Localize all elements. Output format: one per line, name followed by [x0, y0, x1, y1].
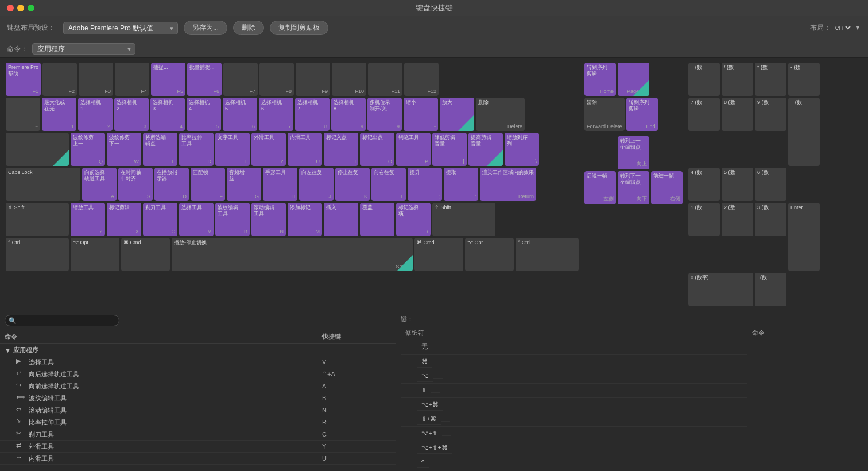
modifier-row[interactable]: ⌥+⇧+⌘	[401, 441, 747, 455]
key-l[interactable]: 向右往复 L	[371, 168, 406, 201]
key-z[interactable]: 缩放工具 Z	[71, 203, 105, 236]
key-num-add[interactable]: + (数	[788, 98, 820, 166]
key-slash[interactable]: 标记选择项 /	[396, 203, 431, 236]
list-item[interactable]: ↔ 内滑工具 U	[0, 453, 396, 465]
key-num-div[interactable]: / (数	[722, 63, 753, 96]
key-f6[interactable]: 批量捕捉... F6	[187, 63, 222, 96]
key-u[interactable]: 内滑工具 U	[288, 133, 322, 166]
key-x[interactable]: 标记剪辑 X	[107, 203, 141, 236]
close-button[interactable]	[7, 5, 14, 11]
key-num7[interactable]: 7 (数	[688, 98, 720, 131]
key-4[interactable]: 选择相机3 4	[150, 98, 185, 131]
key-num2[interactable]: 2 (数	[722, 203, 753, 236]
key-forward-delete[interactable]: 清除 Forward Delete	[584, 98, 625, 131]
key-d[interactable]: 在播放指示器... D	[154, 168, 189, 201]
key-k[interactable]: 停止往复 K	[335, 168, 370, 201]
key-b[interactable]: 波纹编辑工具 B	[215, 203, 250, 236]
preset-select[interactable]: Adobe Premiere Pro 默认值	[63, 22, 178, 34]
key-t[interactable]: 文字工具 T	[215, 133, 250, 166]
key-6[interactable]: 选择相机5 6	[223, 98, 257, 131]
key-downarrow[interactable]: 转到下一个编辑点 向下	[618, 171, 649, 204]
key-v[interactable]: 选择工具 V	[179, 203, 214, 236]
key-f8[interactable]: F8	[259, 63, 294, 96]
modifier-row[interactable]: ⇧+⌘	[401, 412, 747, 427]
list-item[interactable]: ⇔ 滚动编辑工具 N	[0, 404, 396, 416]
key-5[interactable]: 选择相机4 5	[187, 98, 221, 131]
cmd-select[interactable]: 应用程序	[32, 43, 135, 55]
key-cmd-left[interactable]: ⌘ Cmd	[121, 238, 170, 271]
key-s[interactable]: 在时间轴中对齐 S	[118, 168, 153, 201]
search-input[interactable]	[5, 315, 119, 326]
key-i[interactable]: 标记入点 I	[324, 133, 358, 166]
list-item[interactable]: ✂ 剃刀工具 C	[0, 428, 396, 441]
modifier-row[interactable]: ⌘	[401, 355, 747, 369]
key-g[interactable]: 音频增益... G	[227, 168, 261, 201]
modifier-row[interactable]: ⌥+⇧	[401, 427, 747, 441]
key-num1[interactable]: 1 (数	[688, 203, 720, 236]
key-w[interactable]: 波纹修剪下一... W	[107, 133, 141, 166]
key-j[interactable]: 向左往复 J	[299, 168, 334, 201]
list-item[interactable]: ⇲ 比率拉伸工具 R	[0, 416, 396, 428]
key-3[interactable]: 选择相机2 3	[114, 98, 149, 131]
key-9[interactable]: 选择相机8 9	[331, 98, 366, 131]
save-as-button[interactable]: 另存为...	[184, 21, 227, 35]
key-num8[interactable]: 8 (数	[722, 98, 753, 131]
key-opt-right[interactable]: ⌥ Opt	[465, 238, 514, 271]
key-2[interactable]: 选择相机1 2	[78, 98, 113, 131]
copy-to-clipboard-button[interactable]: 复制到剪贴板	[270, 21, 328, 35]
key-f12[interactable]: F12	[404, 63, 439, 96]
key-q[interactable]: 波纹修剪上一... Q	[71, 133, 105, 166]
key-7[interactable]: 选择相机6 7	[259, 98, 293, 131]
key-f1[interactable]: Premiere Pro帮助... F1	[6, 63, 41, 96]
key-num6[interactable]: 6 (数	[755, 168, 786, 201]
key-f9[interactable]: F9	[296, 63, 330, 96]
list-group-header[interactable]: ▼ 应用程序	[0, 344, 396, 356]
key-delete[interactable]: 删除 Delete	[476, 98, 525, 131]
key-cmd-right[interactable]: ⌘ Cmd	[414, 238, 463, 271]
key-p[interactable]: 钢笔工具 P	[396, 133, 431, 166]
key-num-eq[interactable]: = (数	[688, 63, 720, 96]
key-num3[interactable]: 3 (数	[755, 203, 786, 236]
key-f11[interactable]: F11	[368, 63, 402, 96]
key-f5[interactable]: 捕捉... F5	[151, 63, 185, 96]
key-backslash[interactable]: 缩放到序列 \	[505, 133, 539, 166]
key-f7[interactable]: F7	[223, 63, 258, 96]
key-leftarrow[interactable]: 后退一帧 左侧	[584, 171, 616, 204]
key-m[interactable]: 添加标记 M	[288, 203, 322, 236]
list-item[interactable]: ↪ 向前选择轨道工具 A	[0, 380, 396, 392]
key-space[interactable]: 播放-停止切换 Space	[172, 238, 413, 271]
key-r[interactable]: 比率拉伸工具 R	[179, 133, 214, 166]
key-pageup[interactable]: Page Up	[618, 63, 649, 96]
key-home[interactable]: 转到序列剪辑... Home	[584, 63, 616, 96]
key-quote[interactable]: 提取 '	[444, 168, 478, 201]
key-num4[interactable]: 4 (数	[688, 168, 720, 201]
list-item[interactable]: ⟺ 波纹编辑工具 B	[0, 392, 396, 404]
key-end[interactable]: 转到序列剪辑... End	[626, 98, 658, 131]
key-equals[interactable]: 放大 =	[440, 98, 474, 131]
minimize-button[interactable]	[17, 5, 24, 11]
key-0[interactable]: 多机位录制开/关 9	[367, 98, 402, 131]
delete-button[interactable]: 删除	[233, 21, 264, 35]
key-num-sub[interactable]: - (数	[788, 63, 820, 96]
key-num-mul[interactable]: * (数	[755, 63, 786, 96]
key-close-bracket[interactable]: 提高剪辑音量 ]	[468, 133, 503, 166]
modifier-row[interactable]: ⇧	[401, 384, 747, 398]
key-minus[interactable]: 缩小 -	[404, 98, 438, 131]
key-num9[interactable]: 9 (数	[755, 98, 786, 131]
key-return[interactable]: 渲染工作区域内的效果 Return	[480, 168, 536, 201]
maximize-button[interactable]	[28, 5, 34, 11]
key-8[interactable]: 选择相机7 8	[295, 98, 330, 131]
key-semicolon[interactable]: 提升 ;	[408, 168, 442, 201]
modifier-row[interactable]: ^	[401, 455, 747, 469]
key-num-dot[interactable]: . (数	[755, 273, 786, 306]
modifier-row[interactable]: ⌥+⌘	[401, 398, 747, 412]
key-num5[interactable]: 5 (数	[722, 168, 753, 201]
key-f[interactable]: 匹配帧 F	[191, 168, 225, 201]
key-ctrl-right[interactable]: ^ Ctrl	[516, 238, 579, 271]
key-period[interactable]: 覆盖 .	[360, 203, 394, 236]
key-uparrow[interactable]: 转到上一个编辑点 向上	[618, 136, 649, 169]
key-f3[interactable]: F3	[79, 63, 113, 96]
key-tab[interactable]: Tab	[6, 133, 69, 166]
key-rightarrow[interactable]: 前进一帧 右侧	[651, 171, 683, 204]
key-f4[interactable]: F4	[115, 63, 149, 96]
